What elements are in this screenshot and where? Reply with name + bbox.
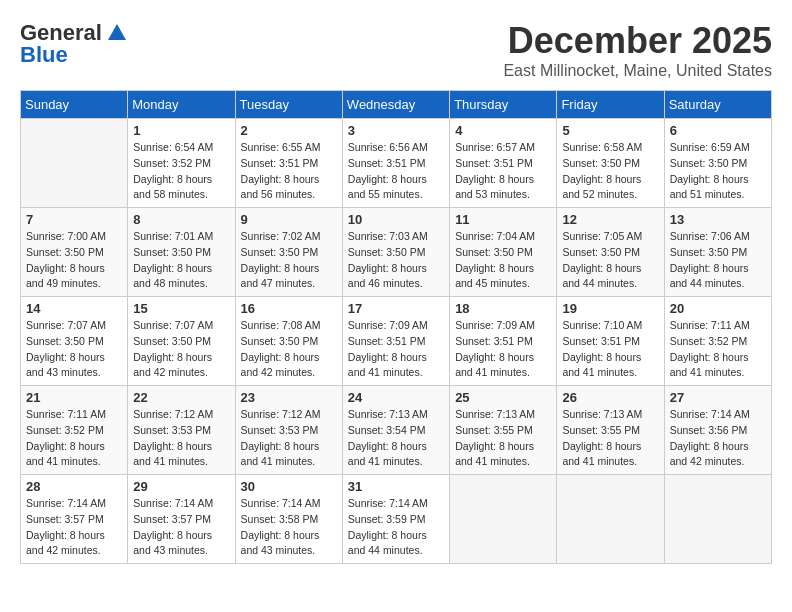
day-number: 23 bbox=[241, 390, 337, 405]
day-info: Sunrise: 7:14 AMSunset: 3:58 PMDaylight:… bbox=[241, 496, 337, 559]
calendar-cell: 25Sunrise: 7:13 AMSunset: 3:55 PMDayligh… bbox=[450, 386, 557, 475]
day-info: Sunrise: 7:07 AMSunset: 3:50 PMDaylight:… bbox=[26, 318, 122, 381]
logo-icon bbox=[106, 22, 128, 44]
day-info: Sunrise: 7:12 AMSunset: 3:53 PMDaylight:… bbox=[133, 407, 229, 470]
day-number: 6 bbox=[670, 123, 766, 138]
weekday-header: Saturday bbox=[664, 91, 771, 119]
day-number: 5 bbox=[562, 123, 658, 138]
calendar-cell: 10Sunrise: 7:03 AMSunset: 3:50 PMDayligh… bbox=[342, 208, 449, 297]
day-info: Sunrise: 7:00 AMSunset: 3:50 PMDaylight:… bbox=[26, 229, 122, 292]
calendar-cell: 28Sunrise: 7:14 AMSunset: 3:57 PMDayligh… bbox=[21, 475, 128, 564]
day-info: Sunrise: 7:14 AMSunset: 3:59 PMDaylight:… bbox=[348, 496, 444, 559]
day-number: 12 bbox=[562, 212, 658, 227]
calendar-header-row: SundayMondayTuesdayWednesdayThursdayFrid… bbox=[21, 91, 772, 119]
day-number: 11 bbox=[455, 212, 551, 227]
calendar-cell: 24Sunrise: 7:13 AMSunset: 3:54 PMDayligh… bbox=[342, 386, 449, 475]
day-number: 7 bbox=[26, 212, 122, 227]
day-info: Sunrise: 6:59 AMSunset: 3:50 PMDaylight:… bbox=[670, 140, 766, 203]
calendar-table: SundayMondayTuesdayWednesdayThursdayFrid… bbox=[20, 90, 772, 564]
day-number: 16 bbox=[241, 301, 337, 316]
day-info: Sunrise: 6:57 AMSunset: 3:51 PMDaylight:… bbox=[455, 140, 551, 203]
day-number: 17 bbox=[348, 301, 444, 316]
day-number: 18 bbox=[455, 301, 551, 316]
calendar-cell: 3Sunrise: 6:56 AMSunset: 3:51 PMDaylight… bbox=[342, 119, 449, 208]
day-number: 8 bbox=[133, 212, 229, 227]
calendar-cell bbox=[557, 475, 664, 564]
calendar-cell: 11Sunrise: 7:04 AMSunset: 3:50 PMDayligh… bbox=[450, 208, 557, 297]
calendar-cell: 17Sunrise: 7:09 AMSunset: 3:51 PMDayligh… bbox=[342, 297, 449, 386]
day-number: 21 bbox=[26, 390, 122, 405]
svg-marker-0 bbox=[108, 24, 126, 40]
day-info: Sunrise: 7:11 AMSunset: 3:52 PMDaylight:… bbox=[670, 318, 766, 381]
day-number: 4 bbox=[455, 123, 551, 138]
calendar-cell bbox=[21, 119, 128, 208]
weekday-header: Wednesday bbox=[342, 91, 449, 119]
weekday-header: Thursday bbox=[450, 91, 557, 119]
calendar-cell: 26Sunrise: 7:13 AMSunset: 3:55 PMDayligh… bbox=[557, 386, 664, 475]
calendar-cell: 22Sunrise: 7:12 AMSunset: 3:53 PMDayligh… bbox=[128, 386, 235, 475]
logo: General Blue bbox=[20, 20, 128, 68]
calendar-cell: 9Sunrise: 7:02 AMSunset: 3:50 PMDaylight… bbox=[235, 208, 342, 297]
day-info: Sunrise: 7:13 AMSunset: 3:55 PMDaylight:… bbox=[455, 407, 551, 470]
day-info: Sunrise: 7:04 AMSunset: 3:50 PMDaylight:… bbox=[455, 229, 551, 292]
day-info: Sunrise: 7:10 AMSunset: 3:51 PMDaylight:… bbox=[562, 318, 658, 381]
calendar-cell: 30Sunrise: 7:14 AMSunset: 3:58 PMDayligh… bbox=[235, 475, 342, 564]
day-number: 14 bbox=[26, 301, 122, 316]
calendar-cell: 14Sunrise: 7:07 AMSunset: 3:50 PMDayligh… bbox=[21, 297, 128, 386]
day-number: 1 bbox=[133, 123, 229, 138]
day-info: Sunrise: 7:14 AMSunset: 3:57 PMDaylight:… bbox=[133, 496, 229, 559]
day-info: Sunrise: 7:11 AMSunset: 3:52 PMDaylight:… bbox=[26, 407, 122, 470]
day-number: 10 bbox=[348, 212, 444, 227]
day-info: Sunrise: 6:54 AMSunset: 3:52 PMDaylight:… bbox=[133, 140, 229, 203]
day-info: Sunrise: 7:14 AMSunset: 3:57 PMDaylight:… bbox=[26, 496, 122, 559]
day-number: 13 bbox=[670, 212, 766, 227]
calendar-cell: 31Sunrise: 7:14 AMSunset: 3:59 PMDayligh… bbox=[342, 475, 449, 564]
calendar-week-row: 21Sunrise: 7:11 AMSunset: 3:52 PMDayligh… bbox=[21, 386, 772, 475]
day-number: 28 bbox=[26, 479, 122, 494]
calendar-cell: 19Sunrise: 7:10 AMSunset: 3:51 PMDayligh… bbox=[557, 297, 664, 386]
day-info: Sunrise: 7:12 AMSunset: 3:53 PMDaylight:… bbox=[241, 407, 337, 470]
calendar-cell: 6Sunrise: 6:59 AMSunset: 3:50 PMDaylight… bbox=[664, 119, 771, 208]
day-info: Sunrise: 7:09 AMSunset: 3:51 PMDaylight:… bbox=[348, 318, 444, 381]
weekday-header: Sunday bbox=[21, 91, 128, 119]
calendar-cell: 5Sunrise: 6:58 AMSunset: 3:50 PMDaylight… bbox=[557, 119, 664, 208]
weekday-header: Tuesday bbox=[235, 91, 342, 119]
day-number: 24 bbox=[348, 390, 444, 405]
calendar-cell: 8Sunrise: 7:01 AMSunset: 3:50 PMDaylight… bbox=[128, 208, 235, 297]
day-number: 27 bbox=[670, 390, 766, 405]
calendar-cell: 4Sunrise: 6:57 AMSunset: 3:51 PMDaylight… bbox=[450, 119, 557, 208]
day-info: Sunrise: 6:58 AMSunset: 3:50 PMDaylight:… bbox=[562, 140, 658, 203]
day-info: Sunrise: 7:05 AMSunset: 3:50 PMDaylight:… bbox=[562, 229, 658, 292]
calendar-cell: 2Sunrise: 6:55 AMSunset: 3:51 PMDaylight… bbox=[235, 119, 342, 208]
weekday-header: Friday bbox=[557, 91, 664, 119]
calendar-cell: 18Sunrise: 7:09 AMSunset: 3:51 PMDayligh… bbox=[450, 297, 557, 386]
calendar-week-row: 1Sunrise: 6:54 AMSunset: 3:52 PMDaylight… bbox=[21, 119, 772, 208]
calendar-cell: 7Sunrise: 7:00 AMSunset: 3:50 PMDaylight… bbox=[21, 208, 128, 297]
calendar-cell: 23Sunrise: 7:12 AMSunset: 3:53 PMDayligh… bbox=[235, 386, 342, 475]
day-number: 20 bbox=[670, 301, 766, 316]
calendar-cell: 13Sunrise: 7:06 AMSunset: 3:50 PMDayligh… bbox=[664, 208, 771, 297]
day-info: Sunrise: 7:02 AMSunset: 3:50 PMDaylight:… bbox=[241, 229, 337, 292]
weekday-header: Monday bbox=[128, 91, 235, 119]
calendar-cell: 29Sunrise: 7:14 AMSunset: 3:57 PMDayligh… bbox=[128, 475, 235, 564]
calendar-cell: 21Sunrise: 7:11 AMSunset: 3:52 PMDayligh… bbox=[21, 386, 128, 475]
day-number: 15 bbox=[133, 301, 229, 316]
day-number: 31 bbox=[348, 479, 444, 494]
day-info: Sunrise: 7:06 AMSunset: 3:50 PMDaylight:… bbox=[670, 229, 766, 292]
day-info: Sunrise: 7:13 AMSunset: 3:54 PMDaylight:… bbox=[348, 407, 444, 470]
day-info: Sunrise: 7:08 AMSunset: 3:50 PMDaylight:… bbox=[241, 318, 337, 381]
day-number: 22 bbox=[133, 390, 229, 405]
calendar-cell: 15Sunrise: 7:07 AMSunset: 3:50 PMDayligh… bbox=[128, 297, 235, 386]
day-info: Sunrise: 7:03 AMSunset: 3:50 PMDaylight:… bbox=[348, 229, 444, 292]
calendar-week-row: 28Sunrise: 7:14 AMSunset: 3:57 PMDayligh… bbox=[21, 475, 772, 564]
location: East Millinocket, Maine, United States bbox=[503, 62, 772, 80]
calendar-cell bbox=[664, 475, 771, 564]
calendar-cell: 27Sunrise: 7:14 AMSunset: 3:56 PMDayligh… bbox=[664, 386, 771, 475]
calendar-cell: 16Sunrise: 7:08 AMSunset: 3:50 PMDayligh… bbox=[235, 297, 342, 386]
day-number: 25 bbox=[455, 390, 551, 405]
calendar-cell bbox=[450, 475, 557, 564]
day-info: Sunrise: 6:56 AMSunset: 3:51 PMDaylight:… bbox=[348, 140, 444, 203]
day-number: 26 bbox=[562, 390, 658, 405]
page-header: General Blue December 2025 East Millinoc… bbox=[20, 20, 772, 80]
title-block: December 2025 East Millinocket, Maine, U… bbox=[503, 20, 772, 80]
